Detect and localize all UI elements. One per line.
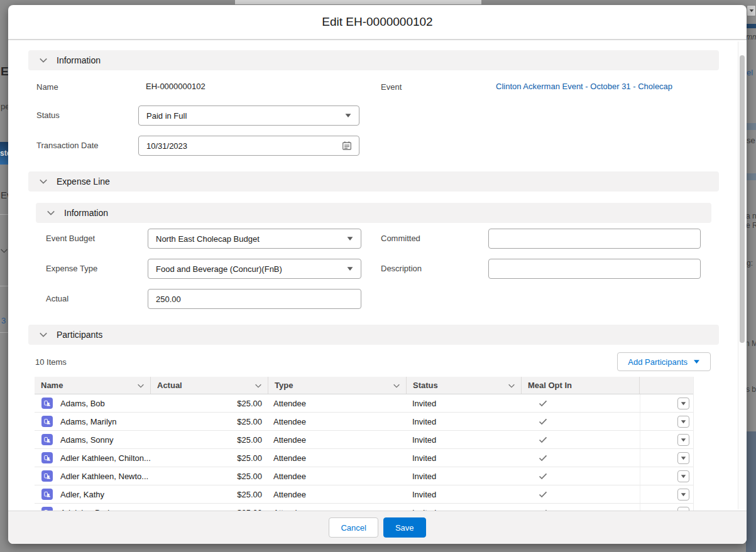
- edit-record-modal: Edit EH-0000000102 Information Name EH-0…: [8, 5, 747, 544]
- bg-text-fragment: s b: [746, 385, 756, 394]
- table-row: Adler Kathleen, Chilton... $25.00 Attend…: [35, 449, 693, 467]
- bg-combobox-fragment: [747, 5, 756, 16]
- section-header-expense-line[interactable]: Expense Line: [28, 171, 719, 192]
- row-actions-button[interactable]: [677, 398, 689, 409]
- event-label: Event: [381, 77, 488, 96]
- row-down-triangle-icon: [681, 492, 686, 497]
- row-actions-button[interactable]: [677, 489, 689, 501]
- check-icon: [538, 471, 548, 481]
- cell-status: Invited: [407, 399, 522, 408]
- cell-status: Invited: [407, 490, 522, 499]
- section-header-participants[interactable]: Participants: [28, 325, 719, 345]
- transaction-date-input[interactable]: [138, 136, 359, 156]
- row-actions-button[interactable]: [677, 434, 689, 446]
- save-button[interactable]: Save: [383, 517, 426, 538]
- cancel-button[interactable]: Cancel: [329, 517, 378, 538]
- actual-label: Actual: [46, 289, 148, 309]
- cell-status: Invited: [407, 472, 522, 481]
- items-count: 10 Items: [35, 357, 67, 367]
- add-participants-button[interactable]: Add Participants: [617, 352, 711, 371]
- cell-actions: [640, 485, 693, 503]
- row-actions-button[interactable]: [677, 452, 689, 464]
- description-input[interactable]: [488, 259, 701, 279]
- table-row: Adams, Bob $25.00 Attendee Invited: [35, 394, 693, 413]
- bg-text-fragment: mm.: [746, 33, 756, 41]
- table-row: Adams, Sonny $25.00 Attendee Invited: [35, 431, 693, 449]
- contact-avatar-icon: [41, 434, 53, 445]
- expense-type-combobox-input[interactable]: [148, 259, 361, 279]
- bg-chevron-down-icon: [0, 246, 8, 257]
- column-header-meal-opt-in[interactable]: Meal Opt In: [522, 377, 640, 394]
- bg-text-fragment: a n: [746, 212, 756, 220]
- bg-text-fragment: e R: [746, 221, 756, 230]
- contact-avatar-icon: [41, 452, 53, 463]
- participant-name: Adler, Kathy: [60, 490, 104, 499]
- event-link[interactable]: Clinton Ackerman Event - October 31 - Ch…: [488, 77, 672, 91]
- cell-meal-opt-in: [522, 489, 640, 499]
- cell-type: Attendee: [268, 490, 407, 499]
- status-combobox-input[interactable]: [138, 106, 359, 126]
- modal-scrollbar-track[interactable]: [738, 41, 745, 509]
- column-header-type[interactable]: Type: [268, 377, 407, 394]
- participants-table-body: Adams, Bob $25.00 Attendee Invited: [35, 394, 693, 511]
- section-header-information[interactable]: Information: [28, 50, 719, 70]
- cell-actual: $25.00: [151, 399, 268, 408]
- bg-text-fragment: se: [747, 136, 755, 145]
- bg-link-fragment: 3: [1, 316, 6, 325]
- name-label: Name: [36, 77, 138, 96]
- section-chevron-down-icon: [47, 208, 55, 217]
- cell-type: Attendee: [268, 399, 407, 408]
- committed-input[interactable]: [488, 229, 701, 249]
- check-icon: [538, 435, 548, 445]
- cell-actual: $25.00: [151, 453, 268, 463]
- modal-scrollbar-thumb[interactable]: [740, 55, 745, 343]
- screen: Ev pe ste Ev 3 mm. el se a n e R g: n M …: [0, 0, 756, 552]
- status-combobox[interactable]: [138, 106, 359, 126]
- bg-bar-fragment: [746, 24, 756, 28]
- bg-tab-bar-fragment: ste: [0, 142, 8, 165]
- check-icon: [538, 416, 548, 426]
- name-value: EH-0000000102: [138, 77, 359, 91]
- event-budget-combobox[interactable]: [148, 229, 361, 249]
- table-row: Adolphe, Barbara $25.00 Attendee Invited: [35, 504, 693, 511]
- status-label: Status: [36, 106, 138, 126]
- expense-type-combobox[interactable]: [148, 259, 361, 279]
- bg-bar-fragment: [746, 173, 756, 180]
- sort-chevron-icon: [136, 381, 145, 390]
- cell-meal-opt-in: [522, 453, 640, 463]
- contact-avatar-icon: [41, 416, 53, 427]
- transaction-date-field[interactable]: [138, 136, 359, 156]
- column-header-name[interactable]: Name: [35, 377, 151, 394]
- contact-avatar-icon: [41, 489, 53, 500]
- event-budget-combobox-input[interactable]: [148, 229, 361, 249]
- cell-meal-opt-in: [522, 398, 640, 408]
- column-header-actual[interactable]: Actual: [151, 377, 268, 394]
- expense-type-label: Expense Type: [46, 259, 148, 279]
- section-header-expense-information[interactable]: Information: [36, 203, 711, 223]
- row-down-triangle-icon: [681, 401, 686, 406]
- description-label: Description: [381, 259, 488, 279]
- cell-meal-opt-in: [522, 435, 640, 445]
- cell-actions: [640, 467, 693, 485]
- modal-body: Information Name EH-0000000102 Event Cli…: [8, 41, 747, 511]
- participant-name: Adams, Marilyn: [60, 417, 117, 426]
- row-down-triangle-icon: [681, 456, 686, 460]
- bg-panel-fragment: [746, 431, 756, 552]
- bg-text-fragment: g:: [747, 259, 753, 268]
- sort-chevron-icon: [507, 381, 516, 390]
- cell-meal-opt-in: [522, 471, 640, 481]
- row-down-triangle-icon: [681, 438, 686, 442]
- participants-table-header: Name Actual Type Status: [35, 377, 693, 394]
- column-header-status[interactable]: Status: [407, 377, 522, 394]
- section-label: Information: [57, 55, 101, 65]
- bg-searchbox-fragment: [234, 0, 482, 5]
- row-actions-button[interactable]: [677, 416, 689, 428]
- actual-input[interactable]: [148, 289, 361, 309]
- divider: [0, 286, 8, 286]
- cell-meal-opt-in: [522, 416, 640, 426]
- column-header-actions: [640, 377, 693, 394]
- event-budget-label: Event Budget: [46, 229, 148, 249]
- contact-avatar-icon: [41, 470, 53, 482]
- row-actions-button[interactable]: [677, 470, 689, 482]
- modal-title: Edit EH-0000000102: [322, 15, 432, 29]
